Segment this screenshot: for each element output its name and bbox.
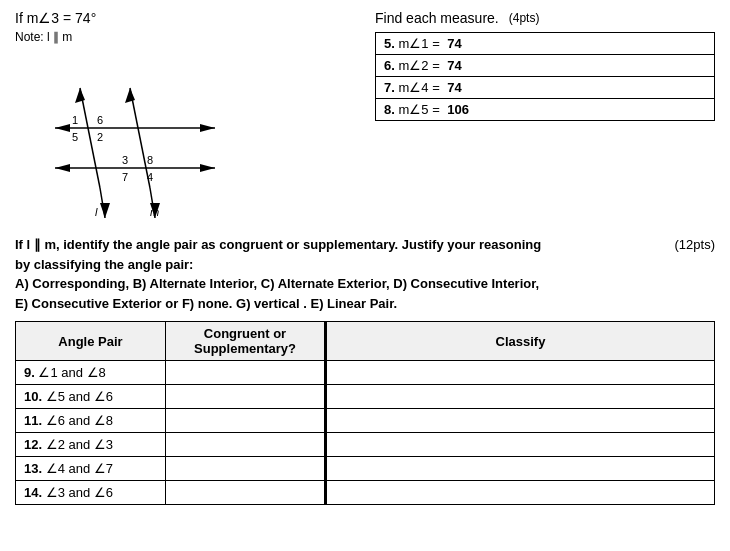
measure-cell: 5. m∠1 = 74	[376, 33, 715, 55]
congruent-cell[interactable]	[166, 361, 326, 385]
measure-row: 7. m∠4 = 74	[376, 77, 715, 99]
svg-text:6: 6	[97, 114, 103, 126]
classify-cell[interactable]	[326, 433, 715, 457]
instr-line4: E) Consecutive Exterior or F) none. G) v…	[15, 296, 397, 311]
instructions: (12pts) If l ∥ m, identify the angle pai…	[15, 235, 715, 313]
pts-right: (12pts)	[675, 235, 715, 255]
angle-pair-cell: 9. ∠1 and ∠8	[16, 361, 166, 385]
svg-text:7: 7	[122, 171, 128, 183]
measure-cell: 6. m∠2 = 74	[376, 55, 715, 77]
svg-marker-3	[100, 203, 110, 218]
svg-text:8: 8	[147, 154, 153, 166]
svg-text:5: 5	[72, 131, 78, 143]
classify-cell[interactable]	[326, 481, 715, 505]
note-line: Note: l ∥ m	[15, 30, 355, 44]
svg-text:2: 2	[97, 131, 103, 143]
measure-row: 5. m∠1 = 74	[376, 33, 715, 55]
congruent-cell[interactable]	[166, 385, 326, 409]
svg-marker-11	[55, 124, 70, 132]
diagram: l m 1 6 2	[25, 48, 245, 223]
svg-text:l: l	[95, 206, 98, 218]
find-text: Find each measure.	[375, 10, 499, 26]
table-row: 14. ∠3 and ∠6	[16, 481, 715, 505]
measure-row: 6. m∠2 = 74	[376, 55, 715, 77]
svg-text:1: 1	[72, 114, 78, 126]
table-row: 9. ∠1 and ∠8	[16, 361, 715, 385]
congruent-cell[interactable]	[166, 433, 326, 457]
svg-marker-6	[125, 88, 135, 103]
svg-marker-15	[200, 164, 215, 172]
classify-table: Angle Pair Congruent or Supplementary? C…	[15, 321, 715, 505]
classify-cell[interactable]	[326, 409, 715, 433]
col-header-pair: Angle Pair	[16, 322, 166, 361]
angle-pair-cell: 10. ∠5 and ∠6	[16, 385, 166, 409]
svg-marker-12	[200, 124, 215, 132]
svg-text:3: 3	[122, 154, 128, 166]
table-row: 11. ∠6 and ∠8	[16, 409, 715, 433]
table-row: 12. ∠2 and ∠3	[16, 433, 715, 457]
angle-pair-cell: 12. ∠2 and ∠3	[16, 433, 166, 457]
congruent-cell[interactable]	[166, 457, 326, 481]
measure-cell: 7. m∠4 = 74	[376, 77, 715, 99]
instr-line2: by classifying the angle pair:	[15, 257, 193, 272]
angle-pair-cell: 13. ∠4 and ∠7	[16, 457, 166, 481]
svg-text:4: 4	[147, 171, 153, 183]
table-row: 13. ∠4 and ∠7	[16, 457, 715, 481]
classify-cell[interactable]	[326, 457, 715, 481]
svg-marker-14	[55, 164, 70, 172]
col-header-classify: Classify	[326, 322, 715, 361]
classify-cell[interactable]	[326, 385, 715, 409]
svg-text:m: m	[150, 206, 159, 218]
measure-cell: 8. m∠5 = 106	[376, 99, 715, 121]
instr-line1: If l ∥ m, identify the angle pair as con…	[15, 237, 541, 252]
svg-marker-1	[75, 88, 85, 103]
measure-row: 8. m∠5 = 106	[376, 99, 715, 121]
congruent-cell[interactable]	[166, 481, 326, 505]
angle-pair-cell: 14. ∠3 and ∠6	[16, 481, 166, 505]
col-header-congruent: Congruent or Supplementary?	[166, 322, 326, 361]
main-condition: If m∠3 = 74°	[15, 10, 355, 26]
table-row: 10. ∠5 and ∠6	[16, 385, 715, 409]
pts-badge: (4pts)	[509, 11, 540, 25]
instr-line3: A) Corresponding, B) Alternate Interior,…	[15, 276, 539, 291]
measure-table: 5. m∠1 = 746. m∠2 = 747. m∠4 = 748. m∠5 …	[375, 32, 715, 121]
classify-cell[interactable]	[326, 361, 715, 385]
angle-pair-cell: 11. ∠6 and ∠8	[16, 409, 166, 433]
congruent-cell[interactable]	[166, 409, 326, 433]
